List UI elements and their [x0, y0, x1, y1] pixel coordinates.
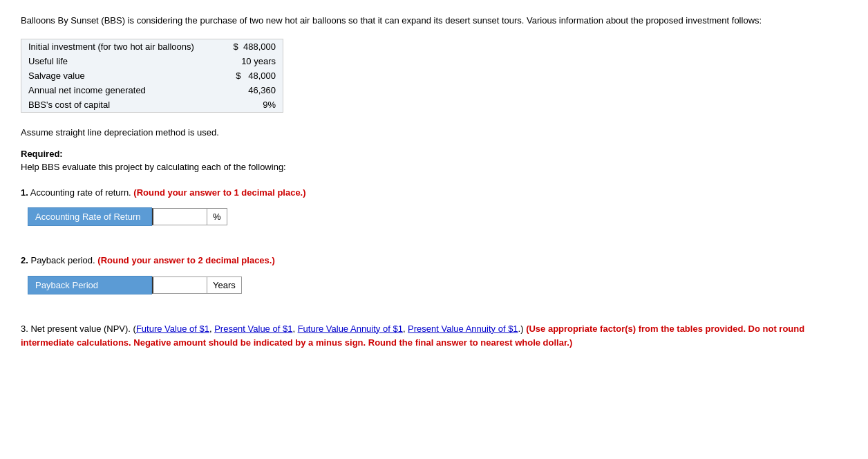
row-label: BBS's cost of capital [21, 97, 210, 112]
payback-period-label: Payback Period [28, 276, 152, 294]
question1-line: 1. Accounting rate of return. (Round you… [21, 186, 847, 200]
question1-input-row: Accounting Rate of Return % [28, 207, 847, 226]
required-label: Required: [21, 149, 847, 159]
question2-line: 2. Payback period. (Round your answer to… [21, 254, 847, 268]
table-row: BBS's cost of capital 9% [21, 97, 283, 112]
question2-number: 2. [21, 255, 28, 265]
question1-text: Accounting rate of return. [30, 187, 134, 198]
table-row: Initial investment (for two hot air ball… [21, 39, 283, 54]
question1-number: 1. [21, 187, 28, 198]
accounting-rate-input[interactable] [152, 208, 207, 225]
question1-block: 1. Accounting rate of return. (Round you… [21, 186, 847, 227]
question2-block: 2. Payback period. (Round your answer to… [21, 254, 847, 294]
info-table: Initial investment (for two hot air ball… [21, 39, 283, 112]
row-label: Useful life [21, 54, 210, 68]
question3-block: 3. Net present value (NPV). (Future Valu… [21, 322, 847, 351]
payback-period-input[interactable] [152, 277, 207, 294]
pva1-link[interactable]: Present Value Annuity of $1 [408, 324, 518, 334]
payback-period-unit: Years [207, 277, 242, 294]
row-label: Salvage value [21, 68, 210, 83]
intro-text: Balloons By Sunset (BBS) is considering … [21, 14, 847, 28]
row-value: 46,360 [210, 83, 283, 97]
question3-line: 3. Net present value (NPV). (Future Valu… [21, 322, 847, 351]
fva1-link[interactable]: Future Value Annuity of $1 [298, 324, 403, 334]
row-value: 9% [210, 97, 283, 112]
question2-input-row: Payback Period Years [28, 276, 847, 294]
row-value: $ 488,000 [210, 39, 283, 54]
table-row: Salvage value $ 48,000 [21, 68, 283, 83]
help-text: Help BBS evaluate this project by calcul… [21, 162, 847, 172]
question3-number: 3. [21, 324, 28, 334]
row-value: 10 years [210, 54, 283, 68]
question2-instruction: (Round your answer to 2 decimal places.) [97, 255, 274, 265]
accounting-rate-unit: % [207, 208, 227, 225]
required-block: Required: Help BBS evaluate this project… [21, 149, 847, 351]
table-row: Annual net income generated 46,360 [21, 83, 283, 97]
accounting-rate-label: Accounting Rate of Return [28, 207, 152, 226]
assume-text: Assume straight line depreciation method… [21, 127, 847, 138]
fv1-link[interactable]: Future Value of $1 [136, 324, 209, 334]
comma2: , [292, 324, 297, 334]
info-table-wrapper: Initial investment (for two hot air ball… [21, 39, 283, 113]
question1-instruction: (Round your answer to 1 decimal place.) [133, 187, 305, 198]
question2-text: Payback period. [30, 255, 97, 265]
pv1-link[interactable]: Present Value of $1 [214, 324, 292, 334]
row-value: $ 48,000 [210, 68, 283, 83]
table-row: Useful life 10 years [21, 54, 283, 68]
close-paren: .) [518, 324, 527, 334]
row-label: Annual net income generated [21, 83, 210, 97]
question3-text: Net present value (NPV). ( [30, 324, 135, 334]
row-label: Initial investment (for two hot air ball… [21, 39, 210, 54]
